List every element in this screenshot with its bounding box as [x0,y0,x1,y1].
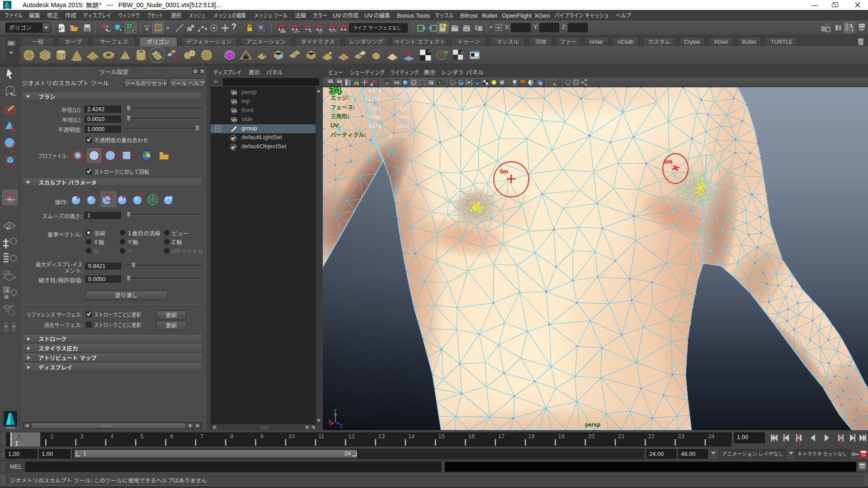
svg-text:14: 14 [408,433,415,440]
svg-text:9: 9 [260,433,263,440]
svg-text:7: 7 [200,433,203,440]
svg-text:2: 2 [50,433,53,440]
svg-text:22: 22 [648,433,654,440]
svg-text:15: 15 [438,433,444,440]
svg-text:11: 11 [318,433,325,440]
svg-text:Z: Z [340,424,343,428]
svg-text:5: 5 [140,433,143,440]
svg-text:T: T [439,80,441,85]
svg-text:17: 17 [498,433,505,440]
svg-text:13: 13 [378,433,385,440]
svg-text:MAYA: MAYA [5,7,10,9]
svg-text:X: X [328,419,331,424]
svg-text:PR: PR [465,28,469,31]
svg-text:6: 6 [170,433,174,440]
svg-text:1: 1 [17,433,20,440]
svg-text:1: 1 [15,440,19,446]
svg-text:23: 23 [678,433,684,440]
svg-text:20: 20 [588,433,594,440]
svg-text:10: 10 [288,433,295,440]
svg-text:3: 3 [80,433,84,440]
svg-text:4: 4 [110,433,113,440]
svg-text:8: 8 [230,433,233,440]
svg-text:Y: Y [334,409,337,413]
svg-text:12: 12 [348,433,354,440]
svg-text:MAYA: MAYA [6,426,15,429]
svg-text:16: 16 [468,433,475,440]
svg-text:19: 19 [558,433,564,440]
svg-text:24: 24 [708,433,714,440]
svg-text:21: 21 [618,433,624,440]
svg-text:18: 18 [528,433,534,440]
